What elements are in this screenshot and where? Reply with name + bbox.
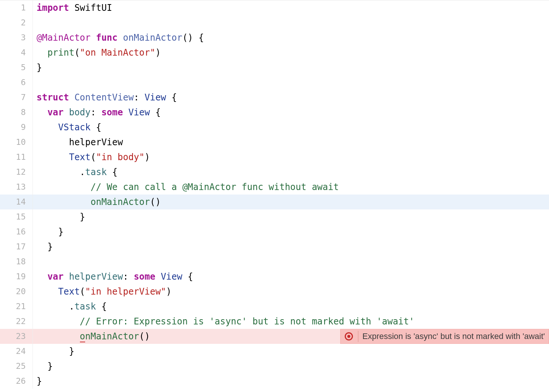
token: View — [128, 107, 150, 118]
line-number: 13 — [0, 180, 33, 195]
line-number: 17 — [0, 239, 33, 254]
code-line[interactable]: 16 } — [0, 224, 549, 239]
code-text[interactable]: Text("in helperView") — [33, 284, 549, 299]
code-line[interactable]: 8 var body: some View { — [0, 105, 549, 120]
code-text[interactable]: } — [33, 359, 549, 374]
token: : — [91, 107, 102, 118]
code-line[interactable]: 26} — [0, 374, 549, 389]
code-line[interactable]: 23 onMainActor()Expression is 'async' bu… — [0, 329, 549, 344]
line-number: 25 — [0, 359, 33, 374]
token: } — [37, 376, 42, 386]
code-text[interactable]: } — [33, 224, 549, 239]
code-line[interactable]: 2 — [0, 15, 549, 30]
code-line[interactable]: 10 helperView — [0, 135, 549, 150]
token: var — [47, 271, 63, 282]
code-text[interactable]: helperView — [33, 135, 549, 150]
code-line[interactable]: 20 Text("in helperView") — [0, 284, 549, 299]
token: } — [37, 62, 42, 73]
token: body — [69, 107, 91, 118]
token — [37, 122, 58, 133]
token: VStack — [58, 122, 91, 133]
code-line[interactable]: 15 } — [0, 209, 549, 224]
token: // We can call a @MainActor func without… — [91, 182, 339, 192]
line-number: 14 — [0, 195, 33, 209]
divider — [358, 331, 359, 342]
code-line[interactable]: 4 print("on MainActor") — [0, 45, 549, 60]
token: struct — [37, 92, 69, 103]
code-text[interactable]: } — [33, 344, 549, 359]
line-number: 15 — [0, 209, 33, 224]
code-text[interactable]: Text("in body") — [33, 150, 549, 165]
code-text[interactable]: // We can call a @MainActor func without… — [33, 180, 549, 195]
token: // Error: Expression is 'async' but is n… — [80, 316, 415, 327]
token — [37, 182, 91, 192]
code-line[interactable]: 7struct ContentView: View { — [0, 90, 549, 105]
code-text[interactable]: onMainActor()Expression is 'async' but i… — [33, 329, 549, 344]
line-number: 10 — [0, 135, 33, 150]
error-banner[interactable]: Expression is 'async' but is not marked … — [340, 329, 549, 344]
code-line[interactable]: 19 var helperView: some View { — [0, 269, 549, 284]
token: } — [37, 212, 85, 222]
error-icon — [344, 331, 354, 342]
code-text[interactable]: // Error: Expression is 'async' but is n… — [33, 314, 549, 329]
code-line[interactable]: 6 — [0, 75, 549, 90]
line-number: 12 — [0, 165, 33, 180]
token: o — [80, 331, 85, 342]
token: View — [161, 271, 182, 282]
code-line[interactable]: 14 onMainActor() — [0, 195, 549, 209]
code-line[interactable]: 11 Text("in body") — [0, 150, 549, 165]
code-text[interactable]: VStack { — [33, 120, 549, 135]
token: @MainActor — [37, 32, 91, 43]
code-line[interactable]: 21 .task { — [0, 299, 549, 314]
code-line[interactable]: 13 // We can call a @MainActor func with… — [0, 180, 549, 195]
code-text[interactable]: @MainActor func onMainActor() { — [33, 30, 549, 45]
line-number: 8 — [0, 105, 33, 120]
code-text[interactable]: } — [33, 60, 549, 75]
token: "on MainActor" — [80, 47, 155, 58]
token: Text — [58, 286, 80, 297]
line-number: 3 — [0, 30, 33, 45]
code-text[interactable]: } — [33, 374, 549, 389]
code-text[interactable]: } — [33, 239, 549, 254]
token: ( — [91, 152, 96, 162]
token: helperView — [69, 137, 123, 147]
code-line[interactable]: 24 } — [0, 344, 549, 359]
code-line[interactable]: 18 — [0, 254, 549, 269]
code-text[interactable] — [33, 254, 549, 269]
code-text[interactable]: .task { — [33, 299, 549, 314]
code-line[interactable]: 9 VStack { — [0, 120, 549, 135]
token: task — [85, 167, 107, 177]
code-line[interactable]: 5} — [0, 60, 549, 75]
code-editor[interactable]: 1import SwiftUI23@MainActor func onMainA… — [0, 0, 549, 389]
code-text[interactable]: print("on MainActor") — [33, 45, 549, 60]
code-line[interactable]: 3@MainActor func onMainActor() { — [0, 30, 549, 45]
token — [37, 47, 47, 58]
token — [155, 271, 161, 282]
token: () — [150, 197, 161, 207]
token: : — [134, 92, 145, 103]
token: { — [150, 107, 161, 118]
code-line[interactable]: 17 } — [0, 239, 549, 254]
token — [37, 197, 91, 207]
code-text[interactable]: .task { — [33, 165, 549, 180]
code-text[interactable]: onMainActor() — [33, 195, 549, 209]
code-line[interactable]: 12 .task { — [0, 165, 549, 180]
code-text[interactable] — [33, 75, 549, 90]
code-text[interactable]: struct ContentView: View { — [33, 90, 549, 105]
code-text[interactable]: var body: some View { — [33, 105, 549, 120]
code-text[interactable]: } — [33, 209, 549, 224]
code-line[interactable]: 22 // Error: Expression is 'async' but i… — [0, 314, 549, 329]
code-text[interactable]: var helperView: some View { — [33, 269, 549, 284]
token: { — [166, 92, 177, 103]
code-line[interactable]: 1import SwiftUI — [0, 0, 549, 15]
token: . — [37, 301, 74, 312]
token: } — [37, 346, 74, 357]
line-number: 2 — [0, 15, 33, 30]
token: : — [123, 271, 134, 282]
line-number: 20 — [0, 284, 33, 299]
code-text[interactable]: import SwiftUI — [33, 0, 549, 15]
token — [37, 152, 69, 162]
code-line[interactable]: 25 } — [0, 359, 549, 374]
token — [37, 107, 47, 118]
code-text[interactable] — [33, 15, 549, 30]
